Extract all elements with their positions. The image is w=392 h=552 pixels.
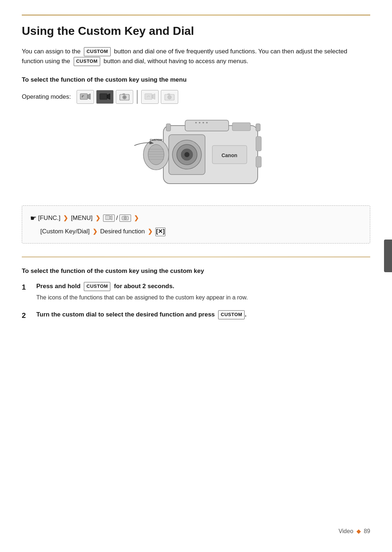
step-2-content: Turn the custom dial to select the desir… bbox=[36, 310, 370, 321]
side-tab bbox=[384, 240, 392, 272]
svg-point-30 bbox=[148, 144, 164, 165]
svg-point-19 bbox=[184, 152, 189, 157]
section1-heading: To select the function of the custom key… bbox=[22, 76, 370, 83]
svg-rect-28 bbox=[232, 123, 250, 131]
instruction-line-1: ☛ [FUNC.] ❯ [MENU] ❯ / ❯ bbox=[30, 212, 362, 225]
arrow-icon-1: ❯ bbox=[63, 213, 68, 224]
slash-sep: / bbox=[116, 213, 118, 224]
camera-mode-icon bbox=[119, 214, 131, 222]
svg-rect-14 bbox=[185, 120, 229, 131]
mode-divider bbox=[137, 90, 138, 104]
mode-icon-4 bbox=[141, 90, 159, 104]
page-container: Using the Custom Key and Dial You can as… bbox=[0, 0, 392, 357]
svg-rect-38 bbox=[256, 124, 260, 131]
instruction-box: ☛ [FUNC.] ❯ [MENU] ❯ / ❯ [Custom Key/Dia… bbox=[22, 205, 370, 244]
section-divider bbox=[22, 257, 370, 257]
svg-rect-2 bbox=[100, 94, 107, 99]
step-2-number: 2 bbox=[22, 310, 30, 321]
svg-rect-39 bbox=[105, 216, 110, 220]
step-1-title: Press and hold CUSTOM for about 2 second… bbox=[36, 281, 370, 291]
page-title: Using the Custom Key and Dial bbox=[22, 24, 370, 38]
step1-title-end: for about 2 seconds. bbox=[114, 283, 174, 290]
arrow-icon-3: ❯ bbox=[134, 213, 139, 224]
svg-point-26 bbox=[203, 122, 204, 123]
svg-point-25 bbox=[199, 122, 200, 123]
intro-text-3: button and dial, without having to acces… bbox=[103, 58, 248, 65]
camera-illustration: Canon bbox=[22, 115, 370, 195]
menu-mode-icon bbox=[103, 214, 115, 222]
svg-point-27 bbox=[206, 122, 208, 123]
intro-text-1: You can assign to the bbox=[22, 48, 81, 55]
svg-text:Canon: Canon bbox=[221, 152, 237, 158]
func-label: [FUNC.] bbox=[38, 213, 60, 224]
footer-page: 89 bbox=[364, 528, 370, 534]
step-1-desc: The icons of the functions that can be a… bbox=[36, 294, 248, 300]
top-border bbox=[22, 15, 370, 16]
camera-svg-area: Canon bbox=[113, 115, 279, 195]
svg-rect-0 bbox=[80, 94, 87, 99]
step-1-number: 1 bbox=[22, 281, 30, 302]
step-1: 1 Press and hold CUSTOM for about 2 seco… bbox=[22, 281, 370, 302]
mode-icon-5 bbox=[161, 90, 178, 104]
custom-key-dial-label: [Custom Key/Dial] bbox=[40, 226, 90, 237]
svg-marker-9 bbox=[152, 94, 155, 99]
menu-label: [MENU] bbox=[71, 213, 93, 224]
svg-point-24 bbox=[195, 122, 197, 123]
svg-rect-7 bbox=[123, 94, 125, 95]
svg-rect-23 bbox=[256, 156, 261, 167]
svg-rect-12 bbox=[168, 94, 170, 95]
svg-rect-37 bbox=[166, 124, 171, 131]
svg-marker-3 bbox=[107, 94, 110, 99]
instruction-line-2: [Custom Key/Dial] ❯ Desired function ❯ [… bbox=[30, 226, 362, 237]
svg-point-42 bbox=[124, 217, 126, 220]
footer-text: Video bbox=[339, 528, 354, 534]
svg-marker-1 bbox=[87, 94, 90, 99]
mode-icon-3 bbox=[116, 90, 133, 104]
operating-modes-row: Operating modes: bbox=[22, 90, 370, 104]
step2-title-text: Turn the custom dial to select the desir… bbox=[36, 311, 215, 318]
svg-point-6 bbox=[123, 96, 126, 98]
custom-button-label-2: CUSTOM bbox=[74, 57, 100, 66]
arrow-icon-2: ❯ bbox=[95, 213, 100, 224]
svg-rect-22 bbox=[256, 136, 261, 151]
section2-heading: To select the function of the custom key… bbox=[22, 267, 370, 275]
mode-icon-1 bbox=[77, 90, 94, 104]
step-2: 2 Turn the custom dial to select the des… bbox=[22, 310, 370, 321]
arrow-icon-5: ❯ bbox=[148, 226, 152, 237]
step2-custom-button: CUSTOM bbox=[218, 310, 245, 319]
intro-paragraph: You can assign to the CUSTOM button and … bbox=[22, 46, 370, 66]
footer-bullet: ◆ bbox=[356, 528, 361, 534]
step1-custom-button: CUSTOM bbox=[84, 282, 110, 291]
hand-pointer-icon: ☛ bbox=[30, 212, 37, 225]
step-1-content: Press and hold CUSTOM for about 2 second… bbox=[36, 281, 370, 302]
custom-button-label-1: CUSTOM bbox=[84, 47, 110, 56]
cross-label: [✕] bbox=[155, 228, 166, 236]
operating-modes-label: Operating modes: bbox=[22, 93, 71, 101]
mode-icons-group bbox=[77, 90, 178, 104]
step1-title-text: Press and hold bbox=[36, 283, 81, 290]
svg-point-11 bbox=[168, 95, 171, 99]
svg-text:CUSTOM: CUSTOM bbox=[150, 138, 163, 142]
svg-rect-43 bbox=[124, 216, 126, 217]
footer: Video ◆ 89 bbox=[339, 528, 370, 535]
step2-end: . bbox=[245, 311, 246, 318]
step-2-title: Turn the custom dial to select the desir… bbox=[36, 310, 370, 319]
mode-icon-2 bbox=[96, 90, 114, 104]
arrow-icon-4: ❯ bbox=[93, 226, 97, 237]
svg-marker-40 bbox=[110, 216, 112, 220]
desired-function-label: Desired function bbox=[100, 226, 145, 237]
svg-rect-8 bbox=[145, 94, 152, 99]
